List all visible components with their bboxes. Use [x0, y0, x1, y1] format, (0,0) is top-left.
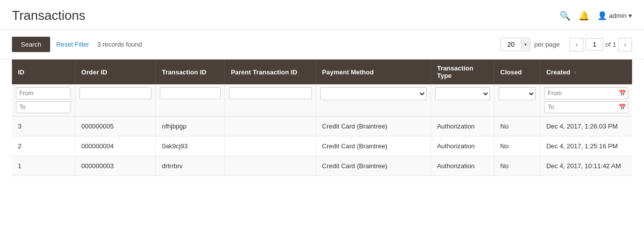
table-row: 1000000003drtrrbrvCredit Card (Braintree… — [12, 156, 632, 176]
next-page-button[interactable]: › — [618, 38, 632, 52]
per-page-select[interactable]: ▾ — [501, 38, 530, 51]
col-header-created[interactable]: Created ↑ — [540, 60, 632, 84]
cell-created: Dec 4, 2017, 10:11:42 AM — [540, 156, 632, 176]
per-page-input[interactable] — [501, 38, 521, 51]
page-number-input[interactable] — [585, 38, 603, 51]
cell-closed: No — [494, 136, 540, 156]
filter-row: Credit Card (Braintree) Authorization No… — [12, 84, 632, 117]
cell-created: Dec 4, 2017, 1:25:16 PM — [540, 136, 632, 156]
filter-id-to[interactable] — [16, 101, 71, 113]
user-menu[interactable]: 👤 admin ▾ — [597, 11, 632, 20]
table-wrapper: ID Order ID Transaction ID Parent Transa… — [0, 60, 644, 176]
filter-id-from[interactable] — [16, 87, 71, 99]
cell-transaction_id: 0ak9cj93 — [155, 136, 224, 156]
cell-transaction_type: Authorization — [431, 117, 494, 136]
filter-created-from[interactable] — [544, 87, 628, 99]
cell-id: 2 — [12, 136, 75, 156]
filter-closed-select[interactable]: No Yes — [499, 87, 536, 100]
filter-parent-transaction-id[interactable] — [229, 87, 312, 99]
table-row: 3000000005nfhjbpgpCredit Card (Braintree… — [12, 117, 632, 136]
filter-payment-method-cell: Credit Card (Braintree) — [316, 84, 431, 117]
filter-order-id[interactable] — [79, 87, 151, 99]
cell-payment_method: Credit Card (Braintree) — [316, 136, 431, 156]
transactions-table: ID Order ID Transaction ID Parent Transa… — [12, 60, 632, 176]
filter-transaction-id-cell — [155, 84, 224, 117]
cell-order_id: 000000004 — [75, 136, 155, 156]
table-header-row: ID Order ID Transaction ID Parent Transa… — [12, 60, 632, 84]
sort-arrow-created: ↑ — [574, 70, 576, 75]
filter-transaction-type-select[interactable]: Authorization — [435, 87, 490, 100]
page-title: Transactions — [12, 8, 85, 23]
page-total: of 1 — [605, 41, 616, 48]
cell-created: Dec 4, 2017, 1:26:03 PM — [540, 117, 632, 136]
cell-transaction_id: nfhjbpgp — [155, 117, 224, 136]
filter-created-to-wrap: 📅 — [544, 101, 628, 113]
cell-parent_transaction_id — [224, 117, 316, 136]
filter-transaction-id[interactable] — [160, 87, 220, 99]
reset-filter-button[interactable]: Reset Filter — [56, 41, 89, 48]
cell-payment_method: Credit Card (Braintree) — [316, 117, 431, 136]
filter-transaction-type-cell: Authorization — [431, 84, 494, 117]
col-header-id[interactable]: ID — [12, 60, 75, 84]
filter-created-cell: 📅 📅 — [540, 84, 632, 117]
per-page-label: per page — [534, 41, 560, 48]
cell-order_id: 000000005 — [75, 117, 155, 136]
cell-transaction_type: Authorization — [431, 156, 494, 176]
toolbar: Search Reset Filter 3 records found ▾ pe… — [0, 30, 644, 60]
page-header: Transactions 🔍 🔔 👤 admin ▾ — [0, 0, 644, 30]
cell-closed: No — [494, 117, 540, 136]
cell-transaction_id: drtrrbrv — [155, 156, 224, 176]
user-dropdown-arrow: ▾ — [629, 12, 632, 19]
filter-parent-transaction-id-cell — [224, 84, 316, 117]
col-header-payment-method[interactable]: Payment Method — [316, 60, 431, 84]
cell-transaction_type: Authorization — [431, 136, 494, 156]
pagination: ‹ of 1 › — [570, 38, 632, 52]
cell-id: 1 — [12, 156, 75, 176]
per-page-dropdown-arrow[interactable]: ▾ — [521, 39, 530, 50]
table-row: 20000000040ak9cj93Credit Card (Braintree… — [12, 136, 632, 156]
calendar-from-icon[interactable]: 📅 — [619, 90, 626, 97]
search-icon[interactable]: 🔍 — [560, 10, 571, 21]
cell-closed: No — [494, 156, 540, 176]
prev-page-button[interactable]: ‹ — [570, 38, 583, 52]
calendar-to-icon[interactable]: 📅 — [619, 104, 626, 111]
filter-order-id-cell — [75, 84, 155, 117]
filter-created-to[interactable] — [544, 101, 628, 113]
cell-id: 3 — [12, 117, 75, 136]
filter-payment-method-select[interactable]: Credit Card (Braintree) — [320, 87, 427, 100]
user-avatar-icon: 👤 — [597, 11, 607, 20]
col-header-closed[interactable]: Closed — [494, 60, 540, 84]
records-count: 3 records found — [97, 41, 142, 48]
filter-created-from-wrap: 📅 — [544, 87, 628, 99]
cell-parent_transaction_id — [224, 136, 316, 156]
filter-id-cell — [12, 84, 75, 117]
col-header-transaction-id[interactable]: Transaction ID — [155, 60, 224, 84]
cell-order_id: 000000003 — [75, 156, 155, 176]
cell-parent_transaction_id — [224, 156, 316, 176]
filter-closed-cell: No Yes — [494, 84, 540, 117]
col-header-order-id[interactable]: Order ID — [75, 60, 155, 84]
header-actions: 🔍 🔔 👤 admin ▾ — [560, 10, 632, 21]
user-name: admin — [609, 12, 627, 19]
col-header-transaction-type[interactable]: TransactionType — [431, 60, 494, 84]
per-page-wrapper: ▾ per page — [501, 38, 560, 51]
search-button[interactable]: Search — [12, 37, 50, 52]
page-input-wrap: of 1 — [585, 38, 616, 51]
cell-payment_method: Credit Card (Braintree) — [316, 156, 431, 176]
col-header-parent-transaction-id[interactable]: Parent Transaction ID — [224, 60, 316, 84]
bell-icon[interactable]: 🔔 — [578, 10, 589, 21]
